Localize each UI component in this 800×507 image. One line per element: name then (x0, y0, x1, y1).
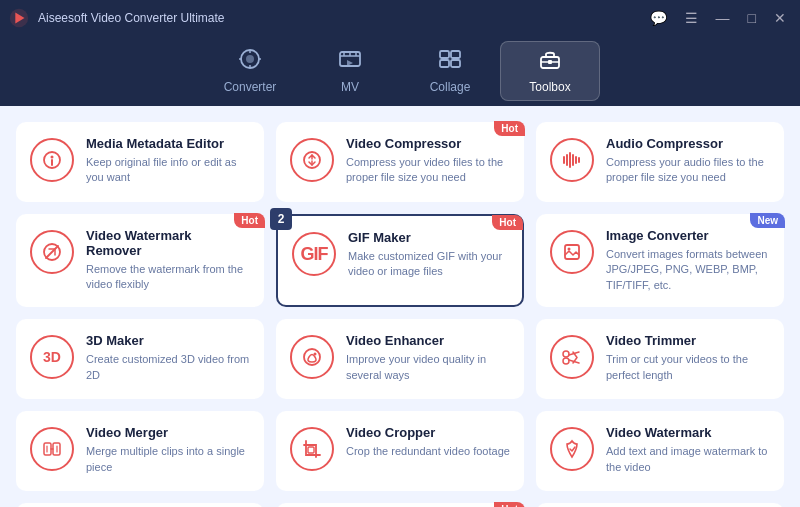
3d-maker-icon-wrap: 3D (30, 335, 74, 379)
gif-maker-badge: Hot (492, 215, 523, 230)
audio-compressor-desc: Compress your audio files to the proper … (606, 155, 770, 186)
nav-converter[interactable]: Converter (200, 41, 300, 101)
converter-icon (237, 48, 263, 76)
gif-maker-step-badge: 2 (270, 208, 292, 230)
svg-point-15 (568, 248, 571, 251)
video-compressor-badge: Hot (494, 121, 525, 136)
svg-rect-9 (548, 60, 552, 64)
media-metadata-name: Media Metadata Editor (86, 136, 250, 151)
svg-point-18 (563, 351, 569, 357)
video-cropper-desc: Crop the redundant video footage (346, 444, 510, 459)
titlebar: Aiseesoft Video Converter Ultimate 💬 ☰ —… (0, 0, 800, 36)
video-enhancer-icon-wrap (290, 335, 334, 379)
video-trimmer-name: Video Trimmer (606, 333, 770, 348)
tool-video-speed[interactable]: Hot Video Speed Controller (276, 503, 524, 507)
gif-maker-desc: Make customized GIF with your video or i… (348, 249, 508, 280)
gif-text-icon: GIF (301, 244, 328, 265)
watermark-remover-badge: Hot (234, 213, 265, 228)
maximize-button[interactable]: □ (742, 8, 762, 28)
collage-label: Collage (430, 80, 471, 94)
image-converter-info: Image Converter Convert images formats b… (606, 228, 770, 293)
toolbox-icon (537, 48, 563, 76)
video-cropper-icon-wrap (290, 427, 334, 471)
audio-compressor-name: Audio Compressor (606, 136, 770, 151)
tool-color-correction[interactable]: Color Correction (16, 503, 264, 507)
tool-media-metadata[interactable]: Media Metadata Editor Keep original file… (16, 122, 264, 202)
video-enhancer-desc: Improve your video quality in several wa… (346, 352, 510, 383)
svg-rect-5 (451, 51, 460, 58)
collage-icon (437, 48, 463, 76)
gif-maker-info: GIF Maker Make customized GIF with your … (348, 230, 508, 280)
video-compressor-info: Video Compressor Compress your video fil… (346, 136, 510, 186)
tool-video-watermark[interactable]: Video Watermark Add text and image water… (536, 411, 784, 491)
3d-maker-info: 3D Maker Create customized 3D video from… (86, 333, 250, 383)
tool-audio-compressor[interactable]: Audio Compressor Compress your audio fil… (536, 122, 784, 202)
video-trimmer-info: Video Trimmer Trim or cut your videos to… (606, 333, 770, 383)
svg-rect-4 (440, 51, 449, 58)
svg-rect-22 (308, 447, 314, 453)
tool-3d-maker[interactable]: 3D 3D Maker Create customized 3D video f… (16, 319, 264, 399)
svg-rect-6 (440, 60, 449, 67)
video-merger-name: Video Merger (86, 425, 250, 440)
video-watermark-name: Video Watermark (606, 425, 770, 440)
image-converter-icon-wrap (550, 230, 594, 274)
message-button[interactable]: 💬 (644, 8, 673, 28)
video-enhancer-name: Video Enhancer (346, 333, 510, 348)
media-metadata-info: Media Metadata Editor Keep original file… (86, 136, 250, 186)
video-merger-desc: Merge multiple clips into a single piece (86, 444, 250, 475)
tool-video-watermark-remover[interactable]: Hot Video Watermark Remover Remove the w… (16, 214, 264, 307)
video-cropper-info: Video Cropper Crop the redundant video f… (346, 425, 510, 459)
watermark-remover-info: Video Watermark Remover Remove the water… (86, 228, 250, 293)
watermark-remover-icon-wrap (30, 230, 74, 274)
tool-video-merger[interactable]: Video Merger Merge multiple clips into a… (16, 411, 264, 491)
tools-grid: Media Metadata Editor Keep original file… (16, 122, 784, 507)
tool-video-cropper[interactable]: Video Cropper Crop the redundant video f… (276, 411, 524, 491)
toolbox-label: Toolbox (529, 80, 570, 94)
app-title: Aiseesoft Video Converter Ultimate (38, 11, 644, 25)
svg-rect-7 (451, 60, 460, 67)
video-trimmer-icon-wrap (550, 335, 594, 379)
nav-collage[interactable]: Collage (400, 41, 500, 101)
main-content: Media Metadata Editor Keep original file… (0, 106, 800, 507)
svg-point-17 (314, 353, 317, 356)
mv-label: MV (341, 80, 359, 94)
image-converter-name: Image Converter (606, 228, 770, 243)
video-compressor-icon-wrap (290, 138, 334, 182)
tool-video-enhancer[interactable]: Video Enhancer Improve your video qualit… (276, 319, 524, 399)
svg-point-19 (563, 358, 569, 364)
image-converter-badge: New (750, 213, 785, 228)
svg-point-10 (51, 156, 54, 159)
gif-maker-icon-wrap: GIF (292, 232, 336, 276)
watermark-remover-desc: Remove the watermark from the video flex… (86, 262, 250, 293)
minimize-button[interactable]: — (710, 8, 736, 28)
svg-point-2 (246, 55, 254, 63)
video-enhancer-info: Video Enhancer Improve your video qualit… (346, 333, 510, 383)
converter-label: Converter (224, 80, 277, 94)
3d-maker-desc: Create customized 3D video from 2D (86, 352, 250, 383)
video-compressor-name: Video Compressor (346, 136, 510, 151)
video-merger-info: Video Merger Merge multiple clips into a… (86, 425, 250, 475)
nav-mv[interactable]: MV (300, 41, 400, 101)
mv-icon (337, 48, 363, 76)
3d-icon: 3D (43, 349, 61, 365)
watermark-remover-name: Video Watermark Remover (86, 228, 250, 258)
tool-video-trimmer[interactable]: Video Trimmer Trim or cut your videos to… (536, 319, 784, 399)
video-cropper-name: Video Cropper (346, 425, 510, 440)
tool-video-reverser[interactable]: Video Reverser (536, 503, 784, 507)
video-watermark-desc: Add text and image watermark to the vide… (606, 444, 770, 475)
video-speed-badge: Hot (494, 502, 525, 507)
close-button[interactable]: ✕ (768, 8, 792, 28)
video-watermark-icon-wrap (550, 427, 594, 471)
video-watermark-info: Video Watermark Add text and image water… (606, 425, 770, 475)
tool-video-compressor[interactable]: Hot Video Compressor Compress your video… (276, 122, 524, 202)
tool-image-converter[interactable]: New Image Converter Convert images forma… (536, 214, 784, 307)
video-merger-icon-wrap (30, 427, 74, 471)
nav-toolbox[interactable]: Toolbox (500, 41, 600, 101)
media-metadata-icon-wrap (30, 138, 74, 182)
app-logo-icon (8, 7, 30, 29)
audio-compressor-icon-wrap (550, 138, 594, 182)
video-compressor-desc: Compress your video files to the proper … (346, 155, 510, 186)
media-metadata-desc: Keep original file info or edit as you w… (86, 155, 250, 186)
tool-gif-maker[interactable]: 2 Hot GIF GIF Maker Make customized GIF … (276, 214, 524, 307)
menu-button[interactable]: ☰ (679, 8, 704, 28)
